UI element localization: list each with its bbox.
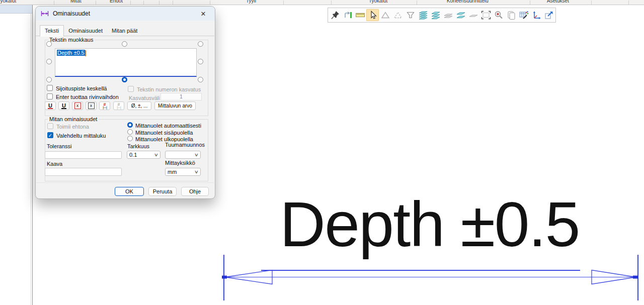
left-side-panel[interactable]: [0, 5, 33, 305]
tab-ominaisuudet[interactable]: Ominaisuudet: [64, 26, 107, 36]
menu-bar: TyökalutMitatEhdotTyyliTyökalutKoneensuu…: [0, 0, 644, 5]
layers-flat-gray-button[interactable]: [442, 9, 454, 21]
menu-separator: [130, 1, 131, 5]
grip-handle-left[interactable]: [222, 276, 227, 279]
triangle-dashed-button[interactable]: [391, 9, 404, 21]
selection-frame-button[interactable]: [479, 9, 492, 21]
anchor-radio-bottom-right[interactable]: [198, 77, 203, 82]
help-button[interactable]: Ohje: [181, 187, 209, 196]
fake-value-checkbox[interactable]: ✓: [47, 132, 53, 138]
unit-value: mm: [168, 169, 177, 175]
condition-checkbox: [47, 123, 53, 129]
grip-handle-right[interactable]: [633, 276, 638, 279]
enter-newline-checkbox[interactable]: [47, 93, 53, 99]
filter-button[interactable]: [404, 9, 417, 21]
menu-item-asetukset-6[interactable]: Asetukset: [547, 0, 569, 4]
tolerance-label: Toleranssi: [47, 143, 72, 149]
table-wand-button[interactable]: [517, 9, 530, 21]
anchor-radio-middle-left[interactable]: [46, 59, 52, 64]
triangle-button[interactable]: [379, 9, 391, 21]
menu-separator: [143, 1, 144, 5]
unit-select[interactable]: mm ∨: [165, 168, 201, 176]
tab-mitan-paat[interactable]: Mitan päät: [107, 26, 142, 36]
grow-interval-input: 1: [160, 93, 202, 100]
left-panel-body: [1, 13, 31, 305]
menu-item-koneensuunnittelu-5[interactable]: Koneensuunnittelu: [447, 0, 489, 4]
dimension-properties-icon: [41, 10, 49, 17]
ruler-button[interactable]: [354, 9, 366, 21]
measure-value-button[interactable]: Mittaluvun arvo: [154, 101, 196, 110]
precision-select[interactable]: 0.1 ∨: [127, 151, 160, 159]
anchor-radio-bottom-left[interactable]: [46, 77, 52, 82]
underline-red-button[interactable]: U: [45, 101, 56, 110]
layers-stack-alt-icon: [431, 10, 441, 20]
special-symbols-button[interactable]: Ø, ±, ...: [127, 101, 151, 110]
formula-input[interactable]: [45, 168, 122, 176]
layer-single-gray-button[interactable]: [467, 9, 479, 21]
cancel-button[interactable]: Peruuta: [148, 187, 177, 196]
arrows-inside-label: Mittanuolet sisäpuolella: [135, 130, 193, 136]
underline-black-icon: U: [61, 103, 66, 109]
layers-two-button[interactable]: [454, 9, 467, 21]
menu-separator: [210, 1, 210, 5]
pages-button[interactable]: [505, 9, 517, 21]
anchor-radio-top-center[interactable]: [122, 41, 127, 47]
menu-item-ehdot-2[interactable]: Ehdot: [110, 0, 123, 4]
fake-value-label: Valehdeltu mittaluku: [56, 133, 106, 139]
menu-separator: [530, 1, 530, 5]
zoom-plus-icon: [494, 10, 504, 20]
dialog-titlebar[interactable]: Ominaisuudet ✕: [36, 7, 215, 21]
axes-button[interactable]: [530, 9, 542, 21]
boxed-x-black-icon: x: [88, 103, 95, 109]
axes-icon: [531, 10, 541, 20]
menu-separator: [331, 1, 332, 5]
ok-button[interactable]: OK: [115, 187, 144, 196]
unit-label: Mittayksikkö: [165, 160, 195, 166]
dim-hash-gray-icon: #|—|: [117, 103, 121, 109]
arrows-inside-radio[interactable]: [127, 129, 133, 135]
menu-item-tyyli-3[interactable]: Tyyli: [246, 0, 256, 4]
boxed-x-black-button[interactable]: x: [86, 101, 97, 110]
dialog-tabs: Teksti Ominaisuudet Mitan päät: [40, 25, 142, 36]
placement-center-label: Sijoituspiste keskellä: [56, 85, 107, 91]
arrows-outside-radio[interactable]: [127, 136, 133, 141]
dim-properties-group-label: Mitan ominaisuudet: [48, 116, 99, 122]
pin-button[interactable]: [329, 9, 341, 21]
cursor-button[interactable]: [366, 9, 379, 21]
menu-separator: [159, 1, 159, 5]
formula-label: Kaava: [47, 161, 62, 167]
anchor-radio-top-right[interactable]: [198, 41, 203, 47]
export-icon: [544, 10, 554, 20]
layers-stack-alt-button[interactable]: [429, 9, 442, 21]
zoom-plus-button[interactable]: [492, 9, 505, 21]
placement-center-checkbox[interactable]: [47, 85, 53, 91]
triangle-icon: [380, 10, 390, 20]
menu-separator: [417, 1, 417, 5]
pin-icon: [330, 10, 340, 20]
underline-black-button[interactable]: U: [58, 101, 69, 110]
tab-teksti[interactable]: Teksti: [40, 25, 64, 37]
triangle-dashed-icon: [393, 10, 403, 20]
close-icon[interactable]: ✕: [197, 9, 210, 19]
menu-item-mitat-1[interactable]: Mitat: [70, 0, 82, 4]
dim-hash-red-button[interactable]: #|—|: [99, 101, 110, 110]
anchor-radio-bottom-center[interactable]: [122, 77, 127, 82]
export-button[interactable]: [542, 9, 555, 21]
layers-stack-button[interactable]: [417, 9, 429, 21]
anchor-radio-top-left[interactable]: [46, 41, 52, 47]
fit-view-icon: [343, 10, 353, 20]
menu-item-ty-kalut-0[interactable]: Työkalut: [0, 0, 16, 4]
menu-item-ty-kalut-4[interactable]: Työkalut: [369, 0, 387, 4]
grow-interval-label: Kasvatusväli: [129, 95, 160, 101]
dialog-title: Ominaisuudet: [53, 10, 197, 17]
inch-conversion-select[interactable]: ∨: [165, 151, 201, 159]
tolerance-input[interactable]: [45, 151, 122, 159]
anchor-radio-middle-right[interactable]: [198, 59, 203, 64]
fit-view-button[interactable]: [341, 9, 354, 21]
selected-text: Depth ±0.5: [57, 50, 85, 56]
dimension-text-editor[interactable]: Depth ±0.5: [55, 48, 197, 77]
boxed-x-red-button[interactable]: x: [72, 101, 83, 110]
left-panel-header: [0, 5, 32, 14]
arrows-auto-radio[interactable]: [127, 122, 133, 128]
menu-separator: [54, 1, 54, 5]
